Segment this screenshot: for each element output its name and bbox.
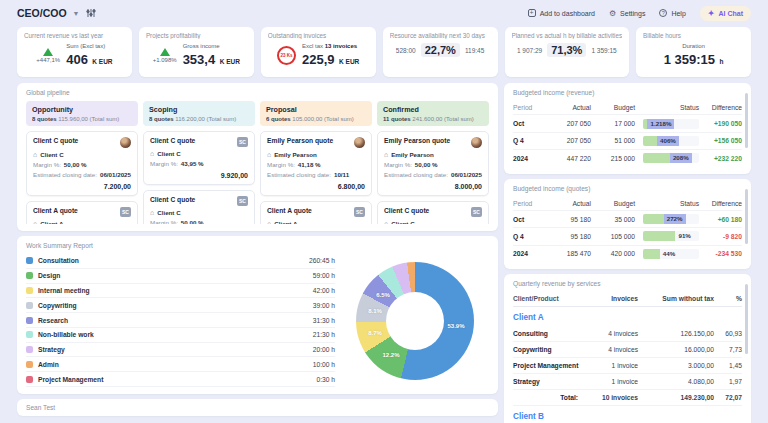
kpi-outstanding-invoices: Outstanding invoices 23 Ks Excl tax 13 i…	[261, 27, 376, 77]
chevron-down-icon[interactable]: ▼	[73, 10, 80, 17]
kpi-value: 225,9	[302, 52, 335, 67]
kpi-unit: K EUR	[92, 58, 112, 65]
client-a-link[interactable]: Client A	[513, 307, 742, 326]
kpi-value: 1 359:15	[664, 52, 715, 67]
company-icon: ⌂	[267, 220, 271, 224]
kpi-sublabel: Duration	[643, 43, 744, 49]
settings-button[interactable]: ⚙ Settings	[609, 9, 645, 18]
kpi-planned-vs-actual: Planned vs actual h by billable activiti…	[505, 27, 630, 77]
kpi-billable-hours: Billable hours Duration 1 359:15 h	[636, 27, 751, 77]
legend-item: Research31:30 h	[26, 313, 335, 328]
quote-card[interactable]: Client C quote SC ⌂Client C Margin %:50,…	[143, 190, 255, 224]
company-icon: ⌂	[33, 151, 37, 158]
company-icon: ⌂	[384, 220, 388, 224]
work-summary-panel: Work Summary Report Consultation260:45 h…	[17, 236, 498, 394]
kpi-invoice-count: 13 invoices	[325, 43, 357, 49]
trend-up-icon	[160, 48, 170, 56]
scrollbar[interactable]	[745, 189, 748, 244]
kpi-value: 406	[66, 52, 88, 67]
company-icon: ⌂	[267, 151, 271, 158]
avatar-initials: SC	[471, 207, 482, 217]
quote-card[interactable]: Client C quote SC ⌂Client C	[377, 201, 489, 224]
kpi-right-value: 119:45	[465, 47, 484, 54]
status-bar: 91%	[643, 231, 699, 241]
legend-item: Copywriting39:00 h	[26, 298, 335, 313]
budget-quotes-panel: Budgeted income (quotes) PeriodActual Bu…	[504, 179, 751, 270]
client-b-link[interactable]: Client B	[513, 406, 742, 423]
quote-card[interactable]: Client C quote ⌂Client C Margin %:50,00 …	[26, 131, 138, 196]
ai-chat-button[interactable]: ✦ AI Chat	[700, 6, 751, 21]
avatar	[354, 137, 365, 148]
status-bar: 44%	[643, 249, 699, 259]
status-bar: 272%	[643, 214, 699, 224]
work-summary-donut-chart: 53.9% 12.2% 8.7% 8.1% 6.5%	[356, 262, 474, 380]
panel-title: Sean Test	[26, 404, 489, 411]
legend-item: Strategy20:00 h	[26, 343, 335, 358]
quote-card[interactable]: Client C quote SC ⌂Client C Margin %:43,…	[143, 131, 255, 185]
status-bar: 1.218%	[643, 119, 699, 129]
plus-icon: +	[528, 9, 536, 17]
table-row: Project Management1 invoice 3.000,001,45	[513, 358, 742, 374]
donut-label: 8.7%	[368, 330, 382, 336]
status-bar: 208%	[643, 153, 699, 163]
panel-title: Work Summary Report	[26, 242, 489, 249]
pipeline-column-proposal: Proposal 6 quotes 105.000,00 (Total sum)…	[260, 101, 372, 224]
legend-swatch	[26, 361, 33, 368]
help-icon: ?	[659, 9, 667, 17]
table-row: Oct207 050 17 000 1.218% +190 050	[513, 115, 742, 132]
pipeline-kanban: Opportunity 8 quotes 115.960,00 (Total s…	[26, 101, 489, 224]
kpi-sublabel: Excl tax	[302, 43, 323, 49]
column-header: Proposal 6 quotes 105.000,00 (Total sum)	[260, 101, 372, 126]
kpi-unit: h	[719, 58, 723, 65]
sean-test-panel: Sean Test	[17, 399, 498, 416]
column-header: Opportunity 8 quotes 115.960,00 (Total s…	[26, 101, 138, 126]
avatar	[120, 137, 131, 148]
kpi-center-value: 71,3%	[547, 43, 586, 57]
dashboard-title[interactable]: CEO/COO	[17, 7, 67, 19]
kpi-unit: K EUR	[339, 58, 359, 65]
table-row: 2024185 470 420 000 44% -234 530	[513, 246, 742, 262]
scrollbar[interactable]	[745, 284, 748, 354]
legend-swatch	[26, 376, 33, 383]
table-header: PeriodActual BudgetStatus Difference	[513, 197, 742, 211]
kpi-projects-profitability: Projects profitability +1.098% Gross inc…	[139, 27, 254, 77]
quote-card[interactable]: Emily Pearson quote ⌂Emily Pearson Margi…	[260, 131, 372, 196]
kpi-title: Current revenue vs last year	[24, 32, 125, 39]
add-to-dashboard-button[interactable]: + Add to dashboard	[528, 9, 595, 17]
panel-title: Budgeted income (revenue)	[513, 89, 742, 96]
table-row: Copywriting4 invoices 16.000,007,73	[513, 342, 742, 358]
kpi-left-value: 528:00	[396, 47, 416, 54]
table-row: Strategy1 invoice 4.080,001,97	[513, 374, 742, 390]
help-label: Help	[671, 10, 685, 17]
legend-swatch	[26, 302, 33, 309]
budget-revenue-panel: Budgeted income (revenue) PeriodActual B…	[504, 83, 751, 174]
quote-card[interactable]: Client A quote SC ⌂Client A	[26, 201, 138, 224]
trend-up-icon	[43, 48, 53, 56]
scrollbar[interactable]	[745, 93, 748, 148]
kpi-row: Current revenue vs last year +447,1% Sum…	[17, 27, 751, 77]
status-bar: 406%	[643, 136, 699, 146]
legend-swatch	[26, 317, 33, 324]
ai-chat-label: AI Chat	[719, 10, 744, 17]
add-to-dashboard-label: Add to dashboard	[540, 10, 595, 17]
gear-icon: ⚙	[609, 9, 616, 18]
help-button[interactable]: ? Help	[659, 9, 685, 17]
table-row: Q 4207 050 51 000 406% +156 050	[513, 133, 742, 150]
outstanding-ring-gauge: 23 Ks	[277, 46, 296, 65]
company-icon: ⌂	[33, 220, 37, 224]
quote-card[interactable]: Emily Pearson quote ⌂Emily Pearson Margi…	[377, 131, 489, 196]
avatar-initials: SC	[354, 207, 365, 217]
legend-item: Internal meeting42:00 h	[26, 284, 335, 299]
kpi-unit: K EUR	[220, 58, 240, 65]
sparkle-icon: ✦	[708, 9, 715, 18]
avatar	[471, 137, 482, 148]
legend-item: Project Management0:30 h	[26, 372, 335, 387]
pipeline-column-opportunity: Opportunity 8 quotes 115.960,00 (Total s…	[26, 101, 138, 224]
donut-label: 8.1%	[368, 308, 382, 314]
table-row: 2024447 220 215 000 208% +232 220	[513, 150, 742, 166]
legend-swatch	[26, 331, 33, 338]
avatar-initials: SC	[120, 207, 131, 217]
filter-sliders-icon[interactable]	[86, 8, 96, 18]
quote-card[interactable]: Client A quote SC ⌂Client A	[260, 201, 372, 224]
legend-swatch	[26, 257, 33, 264]
